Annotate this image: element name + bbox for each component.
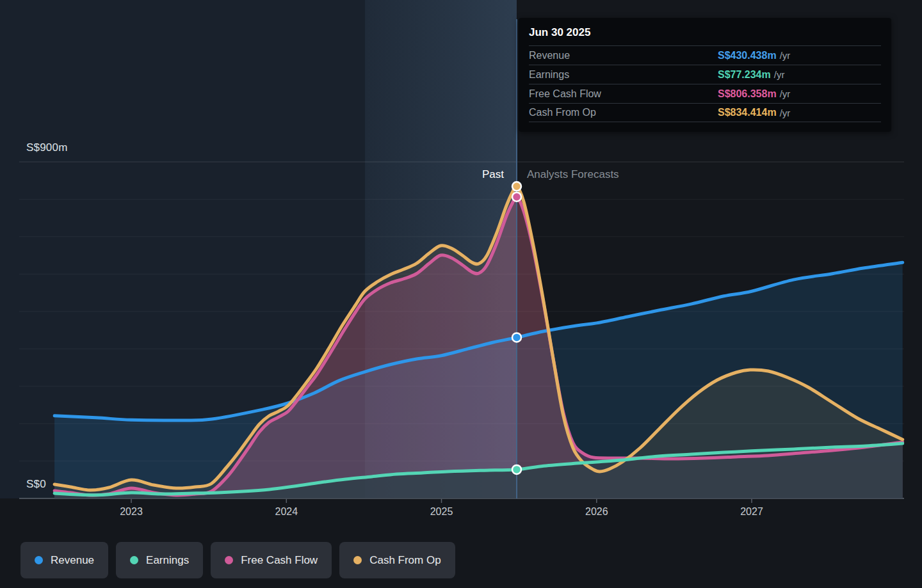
legend-label: Cash From Op — [369, 554, 441, 567]
x-tick-label: 2024 — [267, 506, 305, 518]
tooltip-row-free-cash-flow: Free Cash FlowS$806.358m/yr — [529, 84, 881, 103]
tooltip-row-unit: /yr — [780, 107, 791, 118]
legend-label: Revenue — [51, 554, 94, 567]
tooltip-row-unit: /yr — [780, 50, 791, 61]
y-axis-zero-label: S$0 — [26, 478, 46, 491]
x-tick-label: 2026 — [578, 506, 616, 518]
legend-label: Earnings — [146, 554, 189, 567]
x-tick-label: 2023 — [112, 506, 150, 518]
tooltip-row-value: S$77.234m — [718, 69, 771, 81]
legend-color-dot — [225, 556, 233, 564]
legend-item-earnings[interactable]: Earnings — [116, 542, 203, 578]
tooltip-row-unit: /yr — [780, 88, 791, 99]
cfo-marker-dot[interactable] — [512, 182, 521, 191]
y-axis-max-label: S$900m — [26, 141, 68, 154]
tooltip-row-label: Cash From Op — [529, 107, 718, 118]
tooltip-row-value: S$806.358m — [718, 88, 777, 100]
tooltip-row-cash-from-op: Cash From OpS$834.414m/yr — [529, 103, 881, 122]
tooltip-rows: RevenueS$430.438m/yrEarningsS$77.234m/yr… — [529, 45, 881, 122]
cashflow-forecast-chart: S$900m S$0 Past Analysts Forecasts 20232… — [0, 0, 922, 588]
revenue-marker-dot[interactable] — [512, 333, 521, 342]
tooltip-row-label: Free Cash Flow — [529, 88, 718, 100]
past-label: Past — [482, 168, 504, 181]
legend-item-cash-from-op[interactable]: Cash From Op — [339, 542, 455, 578]
legend-item-free-cash-flow[interactable]: Free Cash Flow — [211, 542, 332, 578]
legend-label: Free Cash Flow — [241, 554, 318, 567]
tooltip-row-value: S$834.414m — [718, 107, 777, 118]
tooltip-row-label: Revenue — [529, 50, 718, 61]
legend-item-revenue[interactable]: Revenue — [20, 542, 108, 578]
x-tick-label: 2025 — [423, 506, 461, 518]
tooltip-row-value: S$430.438m — [718, 50, 777, 61]
series-legend: RevenueEarningsFree Cash FlowCash From O… — [20, 542, 455, 578]
tooltip-row-label: Earnings — [529, 69, 718, 81]
earnings-marker-dot[interactable] — [512, 465, 521, 474]
tooltip-row-earnings: EarningsS$77.234m/yr — [529, 65, 881, 84]
tooltip-row-revenue: RevenueS$430.438m/yr — [529, 45, 881, 65]
tooltip-date-title: Jun 30 2025 — [529, 25, 881, 45]
forecast-label: Analysts Forecasts — [527, 168, 619, 181]
fcf-marker-dot[interactable] — [512, 193, 521, 202]
legend-color-dot — [353, 556, 362, 564]
data-tooltip: Jun 30 2025 RevenueS$430.438m/yrEarnings… — [519, 18, 891, 132]
legend-color-dot — [130, 556, 138, 564]
x-tick-label: 2027 — [732, 506, 771, 518]
tooltip-row-unit: /yr — [774, 69, 785, 80]
legend-color-dot — [35, 556, 43, 564]
